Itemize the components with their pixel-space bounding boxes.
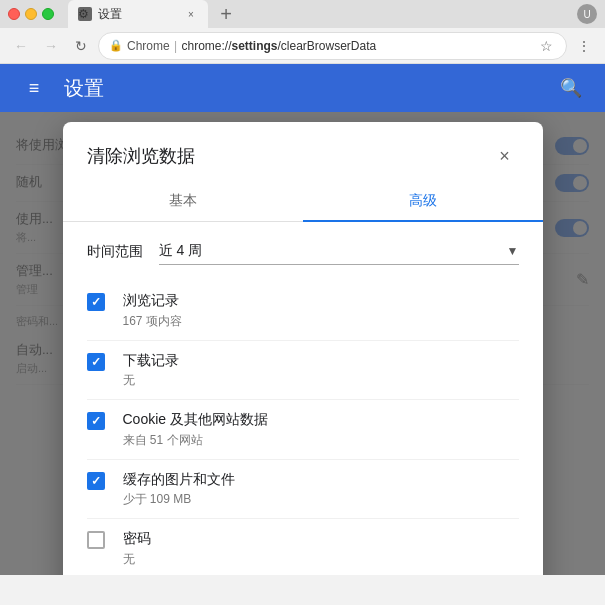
refresh-button[interactable]: ↻: [68, 33, 94, 59]
maximize-button[interactable]: [42, 8, 54, 20]
settings-page-title: 设置: [64, 75, 104, 102]
time-range-value: 近 4 周: [159, 242, 503, 260]
time-range-row: 时间范围 近 4 周 ▼: [87, 238, 519, 265]
tab-title: 设置: [98, 6, 178, 23]
checkbox-passwords[interactable]: [87, 531, 107, 551]
dialog-header: 清除浏览数据 ×: [63, 122, 543, 170]
modal-backdrop: 清除浏览数据 × 基本 高级 时间范围 近 4 周 ▼: [0, 112, 605, 575]
hamburger-icon: ≡: [29, 78, 40, 99]
checkbox-cache-box[interactable]: [87, 472, 105, 490]
checkbox-sub-1: 无: [123, 372, 519, 389]
close-button[interactable]: [8, 8, 20, 20]
checkbox-cookies[interactable]: [87, 412, 107, 432]
checkbox-browse-history[interactable]: [87, 293, 107, 313]
checkbox-list: 浏览记录 167 项内容 下载记录 无: [87, 281, 519, 575]
time-range-select[interactable]: 近 4 周 ▼: [159, 238, 519, 265]
profile-avatar[interactable]: U: [577, 4, 597, 24]
minimize-button[interactable]: [25, 8, 37, 20]
title-bar: ⚙ 设置 × + U: [0, 0, 605, 28]
checkbox-label-0: 浏览记录: [123, 291, 519, 311]
chrome-content: 将使用浏览器收集到的数据改进谷歌服务并将之提交给 Google 随机 使用...…: [0, 112, 605, 575]
checkbox-sub-2: 来自 51 个网站: [123, 432, 519, 449]
checkbox-cookies-box[interactable]: [87, 412, 105, 430]
address-chrome: Chrome: [127, 39, 170, 53]
tab-favicon-icon: ⚙: [78, 7, 92, 21]
checkbox-content-0: 浏览记录 167 项内容: [123, 291, 519, 330]
back-button[interactable]: ←: [8, 33, 34, 59]
checkbox-content-1: 下载记录 无: [123, 351, 519, 390]
forward-button[interactable]: →: [38, 33, 64, 59]
checkbox-row-passwords: 密码 无: [87, 519, 519, 575]
dialog-body: 时间范围 近 4 周 ▼: [63, 222, 543, 575]
checkbox-row-download-history: 下载记录 无: [87, 341, 519, 401]
time-range-label: 时间范围: [87, 243, 143, 261]
browser-tab[interactable]: ⚙ 设置 ×: [68, 0, 208, 28]
tab-basic[interactable]: 基本: [63, 182, 303, 222]
new-tab-button[interactable]: +: [212, 0, 240, 28]
hamburger-button[interactable]: ≡: [16, 70, 52, 106]
checkbox-cache[interactable]: [87, 472, 107, 492]
tab-advanced[interactable]: 高级: [303, 182, 543, 222]
address-separator: |: [174, 39, 180, 53]
clear-data-dialog: 清除浏览数据 × 基本 高级 时间范围 近 4 周 ▼: [63, 122, 543, 575]
dropdown-arrow-icon: ▼: [507, 244, 519, 258]
checkbox-label-2: Cookie 及其他网站数据: [123, 410, 519, 430]
secure-icon: 🔒: [109, 39, 123, 52]
checkbox-sub-4: 无: [123, 551, 519, 568]
dialog-title: 清除浏览数据: [87, 144, 491, 168]
checkbox-label-1: 下载记录: [123, 351, 519, 371]
dialog-tabs: 基本 高级: [63, 182, 543, 222]
checkbox-download-history[interactable]: [87, 353, 107, 373]
traffic-lights: [8, 8, 54, 20]
checkbox-row-browse-history: 浏览记录 167 项内容: [87, 281, 519, 341]
address-bar[interactable]: 🔒 Chrome | chrome://settings/clearBrowse…: [98, 32, 567, 60]
checkbox-label-3: 缓存的图片和文件: [123, 470, 519, 490]
chrome-header: ≡ 设置 🔍: [0, 64, 605, 112]
checkbox-row-cookies: Cookie 及其他网站数据 来自 51 个网站: [87, 400, 519, 460]
nav-actions: ⋮: [571, 33, 597, 59]
checkbox-passwords-box[interactable]: [87, 531, 105, 549]
user-menu-button[interactable]: ⋮: [571, 33, 597, 59]
checkbox-sub-0: 167 项内容: [123, 313, 519, 330]
address-text: Chrome | chrome://settings/clearBrowserD…: [127, 39, 532, 53]
checkbox-content-2: Cookie 及其他网站数据 来自 51 个网站: [123, 410, 519, 449]
checkbox-sub-3: 少于 109 MB: [123, 491, 519, 508]
checkbox-browse-history-box[interactable]: [87, 293, 105, 311]
chrome-page: ≡ 设置 🔍 将使用浏览器收集到的数据改进谷歌服务并将之提交给 Google 随…: [0, 64, 605, 575]
address-url: chrome://settings/clearBrowserData: [181, 39, 376, 53]
tab-close-button[interactable]: ×: [184, 7, 198, 21]
checkbox-content-3: 缓存的图片和文件 少于 109 MB: [123, 470, 519, 509]
checkbox-row-cache: 缓存的图片和文件 少于 109 MB: [87, 460, 519, 520]
checkbox-label-4: 密码: [123, 529, 519, 549]
nav-bar: ← → ↻ 🔒 Chrome | chrome://settings/clear…: [0, 28, 605, 64]
bookmark-star-icon[interactable]: ☆: [536, 36, 556, 56]
checkbox-content-4: 密码 无: [123, 529, 519, 568]
checkbox-download-history-box[interactable]: [87, 353, 105, 371]
dialog-close-button[interactable]: ×: [491, 142, 519, 170]
settings-search-button[interactable]: 🔍: [553, 70, 589, 106]
search-icon: 🔍: [560, 77, 582, 99]
